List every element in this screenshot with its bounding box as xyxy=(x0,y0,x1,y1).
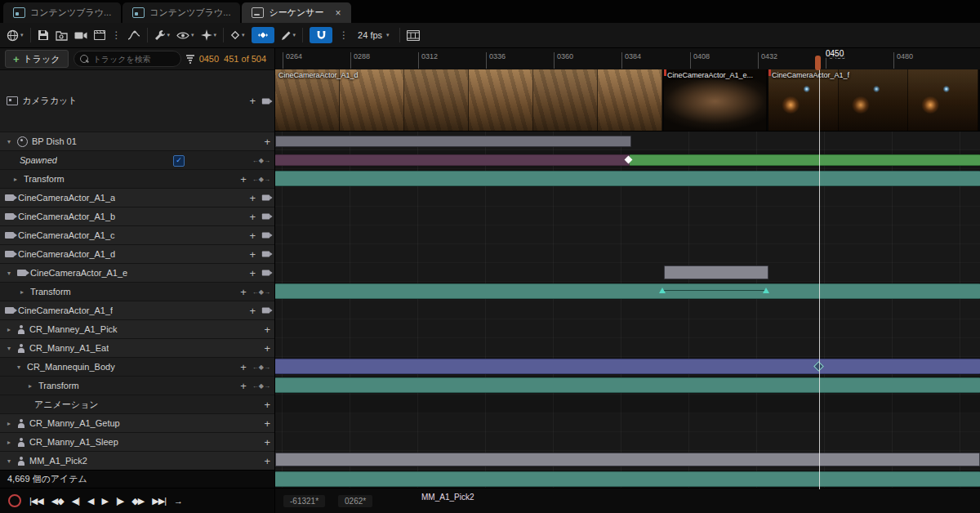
snapping-button[interactable] xyxy=(310,27,332,43)
time-ruler[interactable]: 0264 0288 0312 0336 0360 0384 0408 0432 … xyxy=(275,48,980,70)
add-section-button[interactable]: + xyxy=(249,249,256,260)
previous-key-button[interactable]: ◀◆ xyxy=(51,496,64,506)
add-section-button[interactable]: + xyxy=(264,456,270,466)
timeline-row-mannequin-body[interactable] xyxy=(275,357,980,376)
track-row-manny-eat[interactable]: ▾ CR_Manny_A1_Eat + xyxy=(0,339,274,358)
keyframe-nav[interactable]: ←◆→ xyxy=(252,364,270,371)
track-row-transform[interactable]: ▸ Transform +←◆→ xyxy=(0,283,274,301)
section-bar[interactable] xyxy=(664,265,768,279)
kebab-menu-icon[interactable]: ⋮ xyxy=(339,29,348,41)
step-back-button[interactable]: ◀| xyxy=(72,496,79,506)
add-section-button[interactable]: + xyxy=(264,399,270,410)
transform-section[interactable] xyxy=(275,471,980,487)
timeline-row-camera-a[interactable] xyxy=(275,188,980,207)
timeline-row-mm-pick2[interactable] xyxy=(275,451,980,470)
add-section-button[interactable]: + xyxy=(264,136,270,147)
view-options-dropdown[interactable]: ▾ xyxy=(176,31,194,40)
tab-content-browser-1[interactable]: コンテンツブラウ... xyxy=(3,2,121,23)
chevron-right-icon[interactable]: ▸ xyxy=(5,420,13,427)
camera-lock-button[interactable] xyxy=(262,98,270,104)
timeline-row-transform[interactable] xyxy=(275,169,980,188)
playhead-marker[interactable] xyxy=(815,56,821,70)
auto-key-button[interactable] xyxy=(252,27,274,43)
add-section-button[interactable]: + xyxy=(264,324,270,335)
camera-cut-section-e[interactable]: CineCameraActor_A1_e... xyxy=(664,69,768,131)
timeline-row-manny-pick[interactable] xyxy=(275,319,980,338)
timeline-row-spawned[interactable] xyxy=(275,150,980,169)
tab-sequencer[interactable]: シーケンサー × xyxy=(242,2,350,23)
play-button[interactable]: ▶ xyxy=(102,496,108,506)
track-row-camera-e[interactable]: ▾ CineCameraActor_A1_e + xyxy=(0,264,274,283)
current-time-field[interactable]: 0450 xyxy=(199,54,219,64)
record-button[interactable] xyxy=(8,494,21,507)
range-end-field[interactable]: 0262* xyxy=(338,495,372,507)
track-row-camera-b[interactable]: CineCameraActor_A1_b + xyxy=(0,207,274,226)
section-bar[interactable] xyxy=(275,136,631,147)
add-section-button[interactable]: + xyxy=(240,174,247,185)
chevron-right-icon[interactable]: ▸ xyxy=(5,326,13,333)
settings-dropdown[interactable]: ▾ xyxy=(154,29,171,41)
track-row-spawned[interactable]: Spawned ✓ ←◆→ xyxy=(0,151,274,170)
camera-cut-section-f[interactable]: CineCameraActor_A1_f xyxy=(768,69,980,131)
camera-lock-button[interactable] xyxy=(262,270,270,276)
chevron-down-icon[interactable]: ▾ xyxy=(5,138,13,145)
track-row-animation[interactable]: アニメーション + xyxy=(0,395,274,414)
add-section-button[interactable]: + xyxy=(249,193,256,203)
track-row-manny-pick[interactable]: ▸ CR_Manney_A1_Pick + xyxy=(0,320,274,339)
track-row-transform[interactable]: ▸ Transform +←◆→ xyxy=(0,377,274,395)
add-section-button[interactable]: + xyxy=(249,230,256,241)
add-section-button[interactable]: + xyxy=(249,268,256,279)
thumbnail-options-button[interactable] xyxy=(407,30,420,41)
add-section-button[interactable]: + xyxy=(249,306,256,316)
camera-lock-button[interactable] xyxy=(262,252,270,257)
keyframe-nav[interactable]: ←◆→ xyxy=(252,382,270,390)
track-row-camera-f[interactable]: CineCameraActor_A1_f + xyxy=(0,301,274,320)
step-forward-button[interactable]: |▶ xyxy=(116,496,123,506)
transform-section[interactable] xyxy=(275,283,980,299)
world-dropdown[interactable]: ▾ xyxy=(7,29,24,42)
add-section-button[interactable]: + xyxy=(264,343,270,354)
chevron-right-icon[interactable]: ▸ xyxy=(26,382,34,390)
track-row-camera-cuts[interactable]: カメラカット + xyxy=(0,70,274,132)
timeline-row-animation[interactable] xyxy=(275,395,980,413)
add-section-button[interactable]: + xyxy=(249,212,256,222)
kebab-menu-icon[interactable]: ⋮ xyxy=(112,29,121,41)
spawned-checkbox[interactable]: ✓ xyxy=(173,155,185,167)
range-start-field[interactable]: -61321* xyxy=(283,495,325,507)
create-camera-button[interactable] xyxy=(74,31,87,40)
add-section-button[interactable]: + xyxy=(249,96,256,106)
keyframe-icon[interactable] xyxy=(659,288,666,293)
edit-mode-dropdown[interactable]: ▾ xyxy=(281,30,296,41)
add-track-button[interactable]: + トラック xyxy=(5,50,69,68)
skeletal-section[interactable] xyxy=(275,359,980,374)
save-button[interactable] xyxy=(38,29,49,41)
timeline-row-manny-getup[interactable] xyxy=(275,413,980,432)
keyframe-icon[interactable] xyxy=(763,288,769,293)
chevron-down-icon[interactable]: ▾ xyxy=(5,457,13,465)
playback-options-dropdown[interactable]: ▾ xyxy=(201,29,217,41)
transform-section[interactable] xyxy=(275,171,980,186)
next-key-button[interactable]: ◆▶ xyxy=(131,496,144,506)
camera-cut-section-d[interactable]: CineCameraActor_A1_d xyxy=(275,69,664,131)
add-section-button[interactable]: + xyxy=(264,437,270,448)
spawned-false-section[interactable] xyxy=(275,154,630,166)
transform-section[interactable] xyxy=(275,377,980,393)
close-icon[interactable]: × xyxy=(336,7,341,19)
playhead-line[interactable] xyxy=(819,69,820,489)
filter-icon[interactable] xyxy=(186,55,194,64)
track-row-manny-getup[interactable]: ▸ CR_Manny_A1_Getup + xyxy=(0,414,274,433)
timeline-row-camera-f[interactable] xyxy=(275,301,980,319)
keyframe-nav[interactable]: ←◆→ xyxy=(252,157,270,164)
timeline-row-transform-e[interactable] xyxy=(275,282,980,301)
chevron-right-icon[interactable]: ▸ xyxy=(18,288,26,296)
find-in-content-browser-button[interactable] xyxy=(56,30,68,41)
timeline-row-camera-b[interactable] xyxy=(275,207,980,225)
keyframe-options-dropdown[interactable]: ▾ xyxy=(230,30,245,40)
spawned-true-section[interactable] xyxy=(630,154,980,166)
tab-content-browser-2[interactable]: コンテンツブラウ... xyxy=(122,2,240,23)
section-bar[interactable] xyxy=(275,453,980,466)
track-row-camera-a[interactable]: CineCameraActor_A1_a + xyxy=(0,189,274,207)
timeline-row-manny-eat[interactable] xyxy=(275,338,980,357)
add-section-button[interactable]: + xyxy=(240,362,247,372)
track-row-transform[interactable]: ▸ Transform +←◆→ xyxy=(0,170,274,189)
